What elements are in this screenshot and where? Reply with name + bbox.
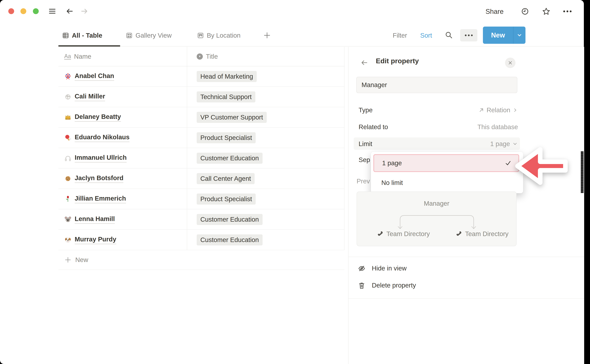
close-panel-button[interactable] bbox=[505, 58, 516, 68]
panel-back-arrow-icon[interactable] bbox=[361, 59, 368, 66]
name-cell[interactable]: Lenna Hamill bbox=[58, 209, 187, 229]
updates-clock-icon[interactable] bbox=[521, 7, 530, 16]
preview-child-left: Team Directory bbox=[377, 230, 430, 238]
more-options-icon[interactable] bbox=[563, 9, 572, 14]
relation-connector-lines bbox=[357, 192, 517, 247]
person-name-link[interactable]: Eduardo Nikolaus bbox=[75, 133, 130, 142]
person-name-link[interactable]: Lenna Hamill bbox=[75, 215, 115, 224]
screenshot-edge-artifact bbox=[581, 151, 583, 193]
name-cell[interactable]: Eduardo Nikolaus bbox=[58, 128, 187, 148]
new-dropdown-chevron[interactable] bbox=[513, 26, 525, 44]
board-view-icon bbox=[197, 32, 204, 39]
table-row[interactable]: Murray PurdyCustomer Education bbox=[58, 230, 344, 250]
delete-property-button[interactable]: Delete property bbox=[358, 278, 542, 293]
person-name-link[interactable]: Murray Purdy bbox=[75, 236, 116, 244]
clipped-separate-label: Sep bbox=[359, 156, 370, 163]
limit-value: 1 page bbox=[490, 140, 510, 148]
zoom-window-button[interactable] bbox=[33, 8, 39, 14]
trash-icon bbox=[358, 281, 366, 289]
panel-divider-bottom bbox=[348, 299, 584, 299]
clipped-preview-label: Prev bbox=[357, 177, 370, 185]
koala-icon bbox=[64, 216, 72, 223]
property-name-input[interactable]: Manager bbox=[356, 77, 517, 93]
person-name-link[interactable]: Jillian Emmerich bbox=[75, 195, 126, 203]
new-button-group[interactable]: New bbox=[483, 26, 525, 44]
eye-off-icon bbox=[358, 264, 366, 272]
table-row[interactable]: Jaclyn BotsfordCall Center Agent bbox=[58, 169, 344, 189]
title-cell[interactable]: Customer Education bbox=[187, 230, 344, 250]
share-button[interactable]: Share bbox=[485, 8, 504, 15]
phone-icon bbox=[456, 231, 463, 237]
forward-arrow-icon[interactable] bbox=[80, 7, 88, 15]
favorite-star-icon[interactable] bbox=[542, 7, 551, 16]
filter-button[interactable]: Filter bbox=[393, 29, 407, 42]
table-row[interactable]: Delaney BeattyVP Customer Support bbox=[58, 107, 344, 128]
table-row[interactable]: Cali MillerTechnical Support bbox=[58, 87, 344, 107]
table-row[interactable]: Eduardo NikolausProduct Specialist bbox=[58, 128, 344, 148]
title-cell[interactable]: Product Specialist bbox=[187, 189, 344, 209]
title-cell[interactable]: VP Customer Support bbox=[187, 107, 344, 127]
edit-property-panel: Edit property Manager Type Relation Rela… bbox=[348, 47, 584, 364]
title-cell[interactable]: Product Specialist bbox=[187, 128, 344, 148]
back-arrow-icon[interactable] bbox=[66, 7, 74, 15]
check-icon bbox=[505, 160, 512, 167]
new-button[interactable]: New bbox=[483, 26, 513, 44]
title-cell[interactable]: Customer Education bbox=[187, 148, 344, 168]
dropdown-option-no-limit[interactable]: No limit bbox=[373, 175, 519, 191]
ping-pong-icon bbox=[64, 134, 72, 142]
title-cell[interactable]: Technical Support bbox=[187, 87, 344, 107]
name-cell[interactable]: Murray Purdy bbox=[58, 230, 187, 250]
person-name-link[interactable]: Anabel Chan bbox=[75, 72, 114, 81]
search-icon[interactable] bbox=[445, 31, 453, 40]
person-name-link[interactable]: Delaney Beatty bbox=[75, 113, 121, 122]
minimize-window-button[interactable] bbox=[20, 8, 26, 14]
hide-in-view-button[interactable]: Hide in view bbox=[358, 261, 542, 276]
dropdown-option-1-page[interactable]: 1 page bbox=[373, 154, 519, 172]
limit-dropdown-menu: 1 page No limit bbox=[371, 152, 523, 193]
name-cell[interactable]: Jaclyn Botsford bbox=[58, 169, 187, 188]
panel-divider-top bbox=[348, 257, 584, 257]
title-tag: Technical Support bbox=[197, 91, 255, 103]
property-row-type[interactable]: Type Relation bbox=[356, 103, 518, 117]
table-row[interactable]: Lenna HamillCustomer Education bbox=[58, 209, 344, 230]
close-window-button[interactable] bbox=[8, 8, 14, 14]
view-options-button[interactable] bbox=[460, 29, 477, 41]
name-cell[interactable]: Anabel Chan bbox=[58, 66, 187, 86]
name-cell[interactable]: Cali Miller bbox=[58, 87, 187, 107]
title-tag: Customer Education bbox=[197, 234, 262, 245]
app-window: Share All - Table Gallery View By Locati… bbox=[0, 0, 590, 364]
person-name-link[interactable]: Cali Miller bbox=[75, 93, 105, 101]
person-name-link[interactable]: Immanuel Ullrich bbox=[75, 154, 127, 162]
name-cell[interactable]: Immanuel Ullrich bbox=[58, 148, 187, 168]
title-tag: Head of Marketing bbox=[197, 71, 257, 82]
database-table: Aa Name ▼ Title Anabel ChanHead of Marke… bbox=[58, 47, 344, 270]
property-row-related-to[interactable]: Related to This database bbox=[356, 120, 518, 134]
active-tab-underline bbox=[58, 45, 120, 46]
name-cell[interactable]: Delaney Beatty bbox=[58, 107, 187, 127]
phone-icon bbox=[377, 231, 384, 237]
tab-all-table[interactable]: All - Table bbox=[62, 29, 102, 42]
sidebar-menu-icon[interactable] bbox=[48, 7, 56, 15]
tab-by-location[interactable]: By Location bbox=[197, 29, 241, 42]
sort-button[interactable]: Sort bbox=[420, 29, 432, 42]
select-property-icon: ▼ bbox=[197, 53, 203, 60]
title-cell[interactable]: Customer Education bbox=[187, 209, 344, 229]
table-row[interactable]: Anabel ChanHead of Marketing bbox=[58, 66, 344, 87]
table-view-icon bbox=[62, 32, 69, 39]
column-header-title[interactable]: ▼ Title bbox=[187, 47, 344, 66]
name-cell[interactable]: Jillian Emmerich bbox=[58, 189, 187, 209]
property-row-limit[interactable]: Limit 1 page bbox=[356, 137, 518, 151]
title-cell[interactable]: Head of Marketing bbox=[187, 66, 344, 86]
table-row[interactable]: Jillian EmmerichProduct Specialist bbox=[58, 189, 344, 209]
title-cell[interactable]: Call Center Agent bbox=[187, 169, 344, 188]
type-value: Relation bbox=[487, 106, 510, 114]
table-row[interactable]: Immanuel UllrichCustomer Education bbox=[58, 148, 344, 169]
person-name-link[interactable]: Jaclyn Botsford bbox=[75, 174, 123, 183]
tab-gallery-view[interactable]: Gallery View bbox=[126, 29, 172, 42]
new-row-button[interactable]: New bbox=[58, 250, 344, 270]
related-to-value: This database bbox=[477, 123, 518, 131]
column-header-name[interactable]: Aa Name bbox=[58, 47, 187, 66]
title-tag: Customer Education bbox=[197, 153, 262, 164]
title-tag: Product Specialist bbox=[197, 132, 256, 143]
add-view-plus-icon[interactable] bbox=[263, 31, 271, 39]
